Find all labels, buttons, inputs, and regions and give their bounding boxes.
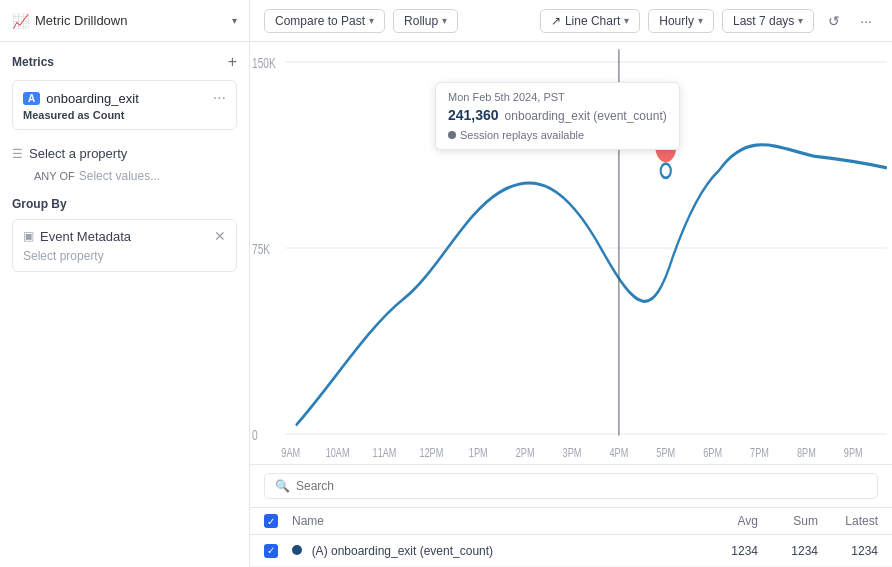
main-content: Compare to Past ▾ Rollup ▾ ↗ Line Chart … — [250, 0, 892, 567]
add-metric-button[interactable]: + — [228, 54, 237, 70]
metric-name: onboarding_exit — [46, 91, 139, 106]
row-avg: 1234 — [698, 544, 758, 558]
chart-type-button[interactable]: ↗ Line Chart ▾ — [540, 9, 640, 33]
measured-as-value: Count — [93, 109, 125, 121]
group-by-name-row: ▣ Event Metadata — [23, 229, 131, 244]
metric-item: A onboarding_exit ··· Measured as Count — [12, 80, 237, 130]
any-of-label: ANY OF — [34, 170, 75, 182]
metric-more-button[interactable]: ··· — [213, 89, 226, 107]
x-label-1pm: 1PM — [469, 445, 488, 459]
event-metadata-label: Event Metadata — [40, 229, 131, 244]
measured-as-label: Measured as — [23, 109, 90, 121]
tooltip-session-row: Session replays available — [448, 129, 667, 141]
search-input[interactable] — [296, 479, 867, 493]
select-property-btn[interactable]: Select property — [23, 249, 104, 263]
compare-chevron-icon: ▾ — [369, 15, 374, 26]
rollup-label: Rollup — [404, 14, 438, 28]
any-of-row: ANY OF Select values... — [12, 169, 237, 183]
chart-line — [296, 145, 887, 426]
table-header-row: ✓ Name Avg Sum Latest — [250, 508, 892, 535]
metric-name-row: A onboarding_exit — [23, 91, 139, 106]
x-label-2pm: 2PM — [516, 445, 535, 459]
metric-badge: A — [23, 92, 40, 105]
row-sum: 1234 — [758, 544, 818, 558]
x-label-10am: 10AM — [326, 445, 350, 459]
chart-type-chevron-icon: ▾ — [624, 15, 629, 26]
row-metric-name: (A) onboarding_exit (event_count) — [312, 544, 493, 558]
metric-drilldown-icon: 📈 — [12, 13, 29, 29]
hourly-label: Hourly — [659, 14, 694, 28]
session-dot-icon — [448, 131, 456, 139]
y-label-0: 0 — [252, 427, 258, 443]
search-input-wrap: 🔍 — [264, 473, 878, 499]
data-point-dot — [661, 164, 671, 178]
header-name: Name — [292, 514, 698, 528]
refresh-button[interactable]: ↺ — [822, 9, 846, 33]
toolbar: Compare to Past ▾ Rollup ▾ ↗ Line Chart … — [250, 0, 892, 42]
metric-item-header: A onboarding_exit ··· — [23, 89, 226, 107]
chart-type-label: Line Chart — [565, 14, 620, 28]
more-options-button[interactable]: ··· — [854, 9, 878, 33]
compare-to-past-button[interactable]: Compare to Past ▾ — [264, 9, 385, 33]
toolbar-right: ↗ Line Chart ▾ Hourly ▾ Last 7 days ▾ ↺ … — [540, 9, 878, 33]
event-metadata-icon: ▣ — [23, 229, 34, 243]
tooltip-value: 241,360 — [448, 107, 499, 123]
tooltip-session-label: Session replays available — [460, 129, 584, 141]
rollup-chevron-icon: ▾ — [442, 15, 447, 26]
row-latest: 1234 — [818, 544, 878, 558]
sidebar-body: Metrics + A onboarding_exit ··· Measured… — [0, 42, 249, 567]
metrics-label: Metrics — [12, 55, 54, 69]
daterange-button[interactable]: Last 7 days ▾ — [722, 9, 814, 33]
row-name-col: (A) onboarding_exit (event_count) — [292, 543, 698, 558]
tooltip-date: Mon Feb 5th 2024, PST — [448, 91, 667, 103]
y-label-150k: 150K — [252, 55, 276, 71]
property-label[interactable]: Select a property — [29, 146, 127, 161]
x-label-9pm: 9PM — [844, 445, 863, 459]
row-checkbox-check-icon: ✓ — [267, 545, 275, 556]
metric-sub: Measured as Count — [23, 109, 226, 121]
group-by-item: ▣ Event Metadata ✕ Select property — [12, 219, 237, 272]
row-checkbox[interactable]: ✓ — [264, 544, 278, 558]
row-checkbox-col: ✓ — [264, 544, 292, 558]
y-label-75k: 75K — [252, 241, 271, 257]
checkbox-check-icon: ✓ — [267, 516, 275, 527]
x-label-11am: 11AM — [373, 445, 397, 459]
chart-tooltip: Mon Feb 5th 2024, PST 241,360 onboarding… — [435, 82, 680, 150]
header-checkbox[interactable]: ✓ — [264, 514, 278, 528]
tooltip-metric-name: onboarding_exit (event_count) — [505, 109, 667, 123]
hourly-chevron-icon: ▾ — [698, 15, 703, 26]
sidebar-header: 📈 Metric Drilldown ▾ — [0, 0, 249, 42]
line-chart-icon: ↗ — [551, 14, 561, 28]
filter-icon: ☰ — [12, 147, 23, 161]
daterange-chevron-icon: ▾ — [798, 15, 803, 26]
search-bar: 🔍 — [250, 465, 892, 508]
group-by-item-header: ▣ Event Metadata ✕ — [23, 228, 226, 244]
chart-area: 150K 75K 0 9AM 10AM 11AM 12PM 1PM 2PM 3P… — [250, 42, 892, 464]
group-by-section: Group By ▣ Event Metadata ✕ Select prope… — [12, 197, 237, 272]
x-label-3pm: 3PM — [563, 445, 582, 459]
x-label-6pm: 6PM — [703, 445, 722, 459]
group-by-title: Group By — [12, 197, 237, 211]
property-row: ☰ Select a property — [12, 140, 237, 167]
metrics-section-header: Metrics + — [12, 54, 237, 70]
rollup-button[interactable]: Rollup ▾ — [393, 9, 458, 33]
tooltip-value-row: 241,360 onboarding_exit (event_count) — [448, 107, 667, 125]
sidebar-title-row: 📈 Metric Drilldown — [12, 13, 127, 29]
x-label-7pm: 7PM — [750, 445, 769, 459]
header-checkbox-col: ✓ — [264, 514, 292, 528]
select-values-btn[interactable]: Select values... — [79, 169, 160, 183]
x-label-12pm: 12PM — [419, 445, 443, 459]
compare-label: Compare to Past — [275, 14, 365, 28]
x-label-9am: 9AM — [281, 445, 300, 459]
hourly-button[interactable]: Hourly ▾ — [648, 9, 714, 33]
sidebar-chevron-icon[interactable]: ▾ — [232, 15, 237, 26]
header-latest: Latest — [818, 514, 878, 528]
table-row: ✓ (A) onboarding_exit (event_count) 1234… — [250, 535, 892, 567]
bottom-section: 🔍 ✓ Name Avg Sum Latest ✓ — [250, 464, 892, 567]
group-by-close-button[interactable]: ✕ — [214, 228, 226, 244]
sidebar-title: Metric Drilldown — [35, 13, 127, 28]
sidebar: 📈 Metric Drilldown ▾ Metrics + A onboard… — [0, 0, 250, 567]
x-label-4pm: 4PM — [609, 445, 628, 459]
x-label-5pm: 5PM — [656, 445, 675, 459]
header-avg: Avg — [698, 514, 758, 528]
